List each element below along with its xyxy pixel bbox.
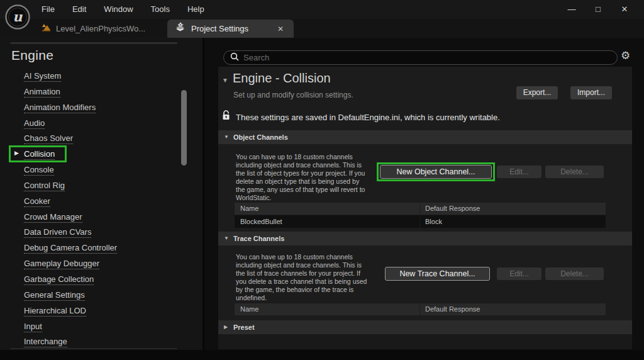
column-header-name[interactable]: Name [235,203,420,215]
menu-file[interactable]: File [33,0,64,19]
sidebar-item-input[interactable]: Input [0,320,189,335]
level-tab-label: Level_AlienPhysicsWo... [56,24,145,33]
sidebar-item-data-driven-cvars[interactable]: Data Driven CVars [0,225,189,241]
sidebar-bottom-line [10,348,177,349]
tab-project-settings[interactable]: Project Settings ✕ [167,20,294,38]
maximize-icon[interactable]: □ [585,0,611,19]
column-header-name[interactable]: Name [235,303,420,315]
sidebar-top-scrollbar[interactable] [10,42,177,44]
page-subtitle: Set up and modify collision settings. [233,91,353,99]
sidebar-scrollbar[interactable] [181,90,187,166]
gear-icon[interactable]: ⚙ [621,49,630,62]
sidebar-item-animation-modifiers[interactable]: Animation Modifiers [0,101,189,116]
column-header-default-response[interactable]: Default Response [420,203,606,215]
sidebar-item-animation[interactable]: Animation [0,85,189,101]
svg-text:u: u [13,9,23,25]
unreal-editor-window: File Edit Window Tools Help — □ ✕ u [0,0,644,360]
sidebar-item-crowd-manager[interactable]: Crowd Manager [0,210,189,226]
sidebar-item-console[interactable]: Console [0,163,189,179]
column-header-default-response[interactable]: Default Response [420,303,606,315]
table-header-row: Name Default Response [235,303,606,315]
cell-channel-name: BlockedBullet [235,215,420,228]
cell-default-response: Block [420,215,606,228]
project-settings-icon [175,22,186,35]
chevron-right-icon[interactable]: ▶ [224,324,228,330]
import-button[interactable]: Import... [570,86,612,99]
settings-main-panel: Search ⚙ ▼ Engine - Collision Set up and… [204,38,644,360]
menu-help[interactable]: Help [179,0,213,19]
menu-bar: File Edit Window Tools Help [33,0,213,19]
tab-bar: Level_AlienPhysicsWo... Project Settings… [0,19,644,38]
section-header-trace-channels[interactable]: ▼ Trace Channels [218,232,632,245]
level-icon [42,23,51,34]
ini-writable-notice: These settings are saved in DefaultEngin… [236,113,500,122]
sidebar-item-garbage-collection[interactable]: Garbage Collection [0,273,189,288]
minimize-icon[interactable]: — [558,0,585,19]
delete-button[interactable]: Delete... [545,267,604,280]
tab-close-icon[interactable]: ✕ [275,25,286,33]
window-bottom-strip [0,350,644,360]
new-object-channel-button[interactable]: New Object Channel... [380,165,492,179]
chevron-down-icon[interactable]: ▼ [224,235,229,241]
sidebar-item-gameplay-debugger[interactable]: Gameplay Debugger [0,257,189,273]
edit-button[interactable]: Edit... [497,267,541,280]
search-input[interactable]: Search [223,50,618,65]
sidebar-item-audio[interactable]: Audio [0,116,189,132]
sidebar-item-ai-system[interactable]: AI System [0,69,189,85]
trace-channels-table: Name Default Response [235,303,606,315]
menu-window[interactable]: Window [95,0,142,19]
menu-tools[interactable]: Tools [142,0,179,19]
window-controls: — □ ✕ [558,0,638,19]
sidebar-item-general-settings[interactable]: General Settings [0,288,189,304]
tab-level[interactable]: Level_AlienPhysicsWo... [36,19,150,38]
object-channels-table: Name Default Response BlockedBullet Bloc… [235,203,606,228]
page-title: Engine - Collision [233,71,331,86]
section-title: Trace Channels [233,235,284,242]
sidebar-section-heading: Engine [11,48,53,63]
trace-channels-description: You can have up to 18 custom channels in… [236,253,368,302]
chevron-down-icon[interactable]: ▼ [224,134,229,140]
section-title: Preset [233,323,255,331]
triangle-right-icon: ▶ [14,150,19,156]
delete-button[interactable]: Delete... [545,166,604,178]
new-trace-channel-button[interactable]: New Trace Channel... [385,267,490,281]
menu-edit[interactable]: Edit [64,0,95,19]
sidebar-item-collision[interactable]: ▶ Collision [0,147,189,163]
unreal-engine-logo-icon[interactable]: u [4,4,31,30]
section-title: Object Channels [233,133,288,141]
title-bar: File Edit Window Tools Help — □ ✕ [0,0,644,19]
edit-button[interactable]: Edit... [497,166,541,178]
section-header-object-channels[interactable]: ▼ Object Channels [218,130,632,144]
object-channels-description: You can have up to 18 custom channels in… [236,153,368,202]
table-header-row: Name Default Response [235,203,606,215]
sidebar-item-hierarchical-lod[interactable]: Hierarchical LOD [0,304,189,320]
export-button[interactable]: Export... [516,86,558,99]
sidebar-item-list: AI System Animation Animation Modifiers … [0,69,189,351]
settings-category-sidebar: Engine AI System Animation Animation Mod… [0,38,203,360]
chevron-down-icon[interactable]: ▼ [222,77,228,84]
search-placeholder: Search [243,53,269,62]
collision-settings-panel: ▼ Engine - Collision Set up and modify c… [218,67,632,349]
table-row[interactable]: BlockedBullet Block [235,215,606,228]
sidebar-item-cooker[interactable]: Cooker [0,194,189,210]
sidebar-item-debug-camera-controller[interactable]: Debug Camera Controller [0,241,189,257]
unlocked-padlock-icon [222,110,231,123]
sidebar-item-control-rig[interactable]: Control Rig [0,179,189,194]
search-icon [230,52,239,64]
project-settings-tab-label: Project Settings [191,24,269,33]
close-icon[interactable]: ✕ [611,0,638,19]
panel-footer [218,334,632,349]
section-header-preset[interactable]: ▶ Preset [218,320,632,334]
highlight-box: New Object Channel... [377,162,495,181]
